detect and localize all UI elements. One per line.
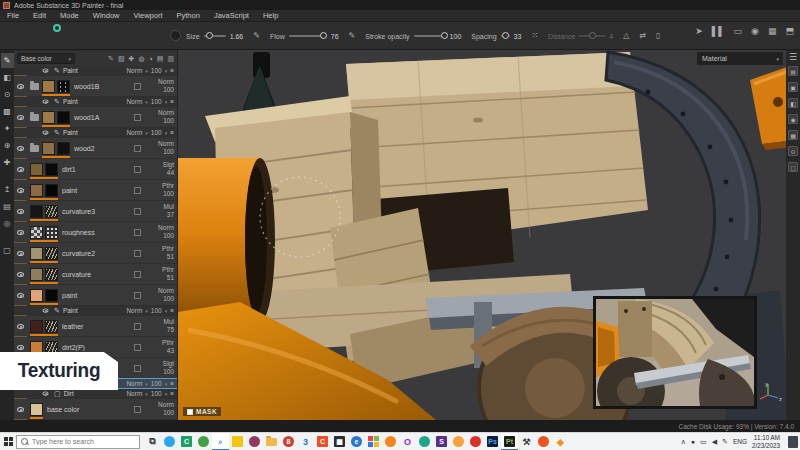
layer-row[interactable]: wood2 Norm 100 <box>14 138 177 158</box>
layer-name[interactable]: wood1A <box>74 114 134 121</box>
channel-toggle[interactable] <box>134 83 141 90</box>
notification-center-icon[interactable] <box>788 436 798 448</box>
visibility-eye-icon[interactable] <box>17 251 24 256</box>
menu-javascript[interactable]: JavaScript <box>207 11 256 20</box>
opacity-value[interactable]: 100 <box>151 380 162 387</box>
opacity-value[interactable]: 100 <box>163 232 174 240</box>
add-fill-layer-icon[interactable]: ▧ <box>118 55 125 63</box>
opacity-value[interactable]: 100 <box>151 67 162 74</box>
taskbar-clock[interactable]: 11:10 AM 2/23/2023 <box>752 434 780 449</box>
channel-toggle[interactable] <box>134 250 141 257</box>
layer-mask-thumbnail[interactable] <box>45 163 58 176</box>
row-menu-icon[interactable]: ≡ <box>170 129 174 136</box>
layer-name[interactable]: Dirt <box>64 390 127 397</box>
row-menu-icon[interactable]: ≡ <box>170 307 174 314</box>
row-menu-icon[interactable]: ≡ <box>170 390 174 397</box>
layer-name[interactable]: Paint <box>63 98 127 105</box>
opacity-value[interactable]: 75 <box>167 326 174 334</box>
layer-thumbnail[interactable] <box>30 268 43 281</box>
menu-help[interactable]: Help <box>256 11 285 20</box>
pen-pressure-flow-icon[interactable]: ✎ <box>349 32 356 40</box>
param-spacing[interactable]: Spacing33 <box>471 33 521 40</box>
blend-mode[interactable]: Norm <box>158 109 174 117</box>
taskbar-search[interactable] <box>16 435 140 449</box>
row-menu-icon[interactable]: ≡ <box>170 67 174 74</box>
layer-sub-row[interactable]: ▢ Dirt Norm▾ 100▾ ≡ <box>14 389 177 398</box>
opacity-value[interactable]: 100 <box>163 148 174 156</box>
pen-pressure-spacing-icon[interactable]: ⁙ <box>531 32 538 40</box>
layer-thumbnail[interactable] <box>30 289 43 302</box>
opacity-value[interactable]: 100 <box>163 86 174 94</box>
layer-row[interactable]: leather Mul 75 <box>14 316 177 336</box>
layer-name[interactable]: Paint <box>63 67 127 74</box>
slider-handle[interactable] <box>320 32 327 39</box>
opacity-value[interactable]: 44 <box>167 169 174 177</box>
visibility-eye-icon[interactable] <box>17 407 24 412</box>
blend-mode[interactable]: Norm <box>158 401 174 409</box>
layer-name[interactable]: leather <box>62 323 134 330</box>
polygon-fill-tool[interactable]: ▩ <box>1 104 14 119</box>
blend-mode[interactable]: Slgt <box>163 360 174 368</box>
edge-browser[interactable]: e <box>348 433 365 450</box>
visibility-eye-icon[interactable] <box>17 146 24 151</box>
param-size[interactable]: Size1.66 <box>186 33 243 40</box>
tray-pen-icon[interactable]: ✎ <box>722 438 728 446</box>
layer-mask-thumbnail[interactable] <box>45 184 58 197</box>
app-qr-tile[interactable]: ▦ <box>331 433 348 450</box>
assets-panel-icon[interactable]: ▢ <box>788 162 798 172</box>
row-menu-icon[interactable]: ≡ <box>170 98 174 105</box>
blend-mode[interactable]: Norm <box>158 287 174 295</box>
param-slider[interactable] <box>289 35 327 37</box>
opacity-value[interactable]: 43 <box>167 347 174 355</box>
layer-thumbnail[interactable] <box>30 226 43 239</box>
material-panel-header[interactable]: Material ▾ <box>697 52 783 65</box>
document-tool[interactable]: ▢ <box>1 243 14 258</box>
tray-mic-icon[interactable]: ● <box>691 438 695 445</box>
visibility-eye-icon[interactable] <box>17 167 24 172</box>
blend-mode[interactable]: Norm <box>126 98 142 105</box>
channel-toggle[interactable] <box>134 166 141 173</box>
layer-name[interactable]: curvature3 <box>62 208 134 215</box>
projection-tool[interactable]: ⊙ <box>1 87 14 102</box>
photoshop[interactable]: Ps <box>484 433 501 450</box>
visibility-eye-icon[interactable] <box>43 391 49 395</box>
channel-toggle[interactable] <box>134 114 141 121</box>
channel-toggle[interactable] <box>134 323 141 330</box>
channel-toggle[interactable] <box>134 145 141 152</box>
blend-mode[interactable]: Norm <box>126 390 142 397</box>
opacity-value[interactable]: 37 <box>167 211 174 219</box>
param-slider[interactable] <box>414 35 446 37</box>
layer-thumbnail[interactable] <box>42 111 55 124</box>
layer-name[interactable]: paint <box>62 292 134 299</box>
blend-mode[interactable]: Norm <box>158 140 174 148</box>
add-paint-layer-icon[interactable]: ✎ <box>108 55 114 63</box>
app-maroon-circle[interactable] <box>246 433 263 450</box>
painting-mode-icon[interactable] <box>53 24 61 32</box>
layer-row[interactable]: wood1B Norm 100 <box>14 76 177 96</box>
blend-mode[interactable]: Norm <box>126 380 142 387</box>
param-value[interactable]: 100 <box>450 33 462 40</box>
material-picker-tool[interactable]: ✚ <box>1 155 14 170</box>
layer-thumbnail[interactable] <box>30 184 43 197</box>
opacity-value[interactable]: 100 <box>163 117 174 125</box>
layer-name[interactable]: wood2 <box>74 145 134 152</box>
app-green-globe[interactable] <box>195 433 212 450</box>
app-blue-messenger[interactable] <box>161 433 178 450</box>
layer-mask-thumbnail[interactable] <box>45 320 58 333</box>
visibility-eye-icon[interactable] <box>43 99 49 103</box>
visibility-eye-icon[interactable] <box>43 308 49 312</box>
layer-mask-thumbnail[interactable] <box>57 142 70 155</box>
brush-preview-icon[interactable] <box>170 30 181 41</box>
layer-thumbnail[interactable] <box>42 142 55 155</box>
layer-mask-thumbnail[interactable] <box>45 247 58 260</box>
add-folder-icon[interactable]: ▤ <box>157 55 164 63</box>
opera-browser[interactable]: O <box>399 433 416 450</box>
opacity-value[interactable]: 100 <box>151 307 162 314</box>
eraser-tool[interactable]: ◧ <box>1 70 14 85</box>
tray-expand-icon[interactable]: ∧ <box>681 438 686 446</box>
channel-toggle[interactable] <box>134 271 141 278</box>
layer-name[interactable]: dirt1 <box>62 166 134 173</box>
opacity-value[interactable]: 100 <box>163 409 174 417</box>
menu-edit[interactable]: Edit <box>26 11 53 20</box>
quick-mask-tool[interactable]: ▤ <box>1 199 14 214</box>
